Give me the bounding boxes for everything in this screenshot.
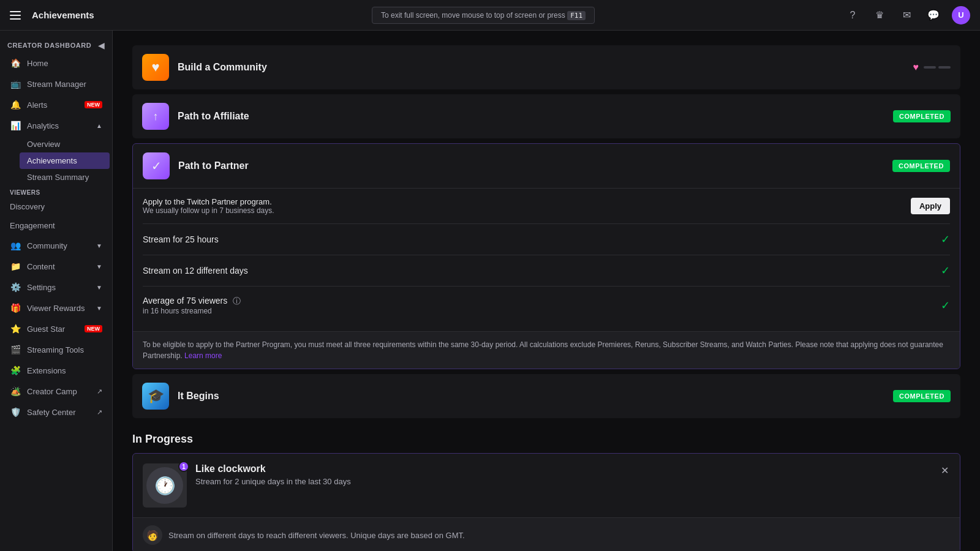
sidebar-item-stream-manager[interactable]: 📺 Stream Manager [2,73,110,94]
avatar[interactable]: U [952,6,970,24]
progress-thumb-expanded: 🕐 1 [143,463,187,508]
requirement-12-days: Stream on 12 different days ✓ [143,255,950,287]
help-icon[interactable]: ? [844,7,861,24]
achievement-header-it-begins: 🎓 It Begins COMPLETED [132,374,960,418]
affiliate-title: Path to Affiliate [178,111,884,122]
sidebar-item-alerts[interactable]: 🔔 Alerts NEW [2,94,110,115]
analytics-icon: 📊 [10,120,21,131]
viewers-label: VIEWERS [0,186,112,197]
sidebar-item-guest-star[interactable]: ⭐ Guest Star NEW [2,318,110,339]
sidebar-item-extensions[interactable]: 🧩 Extensions [2,360,110,381]
in-progress-section-title: In Progress [132,433,960,446]
chat-icon[interactable]: 💬 [925,7,942,24]
sidebar-item-settings[interactable]: ⚙️ Settings ▼ [2,277,110,298]
req-75-viewers-check: ✓ [941,299,950,312]
partner-completed-badge: COMPLETED [892,160,950,172]
streaming-tools-icon: 🎬 [10,344,21,355]
req-75-viewers-text: Average of 75 viewers [143,296,227,305]
community-chevron: ▼ [96,242,102,249]
sidebar-sub-analytics: Overview Achievements Stream Summary [0,136,112,186]
req-25-hours-check: ✓ [941,233,950,246]
sidebar-item-overview[interactable]: Overview [20,136,110,152]
sidebar-item-home[interactable]: 🏠 Home [2,53,110,73]
stream-manager-icon: 📺 [10,78,21,89]
fullscreen-notice: To exit full screen, move mouse to top o… [372,7,595,24]
sidebar-item-viewer-rewards[interactable]: 🎁 Viewer Rewards ▼ [2,298,110,318]
in-progress-sub-expanded: Stream for 2 unique days in the last 30 … [195,477,931,486]
partner-disclaimer: To be eligible to apply to the Partner P… [133,331,960,369]
sidebar-collapse-icon[interactable]: ◀ [98,40,105,50]
req-12-days-check: ✓ [941,264,950,277]
sidebar-item-streaming-tools[interactable]: 🎬 Streaming Tools [2,339,110,360]
safety-center-external-icon: ↗ [97,408,102,416]
sidebar-item-discovery[interactable]: Discovery [2,197,110,216]
req-75-viewers-info: Average of 75 viewers ⓘ in 16 hours stre… [143,295,241,315]
achievement-path-to-affiliate: ↑ Path to Affiliate COMPLETED [132,94,960,138]
tip-avatar: 🧑 [143,525,162,545]
in-progress-tip: 🧑 Stream on different days to reach diff… [133,517,960,551]
sidebar-item-achievements[interactable]: Achievements [20,152,110,169]
dash-1 [924,66,936,69]
home-icon: 🏠 [10,58,21,69]
partner-body: Apply to the Twitch Partner program. We … [133,188,960,331]
viewer-rewards-chevron: ▼ [96,305,102,312]
alerts-icon: 🔔 [10,99,21,110]
achievement-it-begins: 🎓 It Begins COMPLETED [132,374,960,418]
progress-badge-expanded: 1 [178,461,189,472]
sidebar-section-label: CREATOR DASHBOARD [7,42,91,49]
in-progress-like-clockwork-expanded: 🕐 1 Like clockwork Stream for 2 unique d… [132,453,960,551]
safety-center-icon: 🛡️ [10,407,21,418]
sidebar-item-stream-summary[interactable]: Stream Summary [20,169,110,186]
dash-2 [938,66,951,69]
topbar: Achievements To exit full screen, move m… [0,0,980,31]
partner-apply-info: Apply to the Twitch Partner program. We … [143,197,274,215]
creator-camp-external-icon: ↗ [97,388,102,395]
sidebar-item-engagement[interactable]: Engagement [2,216,110,235]
tip-text: Stream on different days to reach differ… [168,531,465,540]
main-content: ♥ Build a Community ♥ ↑ Path to Affiliat… [113,31,980,551]
content-chevron: ▼ [96,263,102,270]
sidebar-item-community[interactable]: 👥 Community ▼ [2,235,110,256]
sidebar-item-content[interactable]: 📁 Content ▼ [2,256,110,277]
mail-icon[interactable]: ✉ [898,7,915,24]
content-icon: 📁 [10,261,21,272]
sidebar-item-safety-center[interactable]: 🛡️ Safety Center ↗ [2,402,110,422]
viewer-rewards-icon: 🎁 [10,302,21,313]
heart-icon: ♥ [913,62,919,73]
close-expanded-button[interactable]: ✕ [940,463,950,478]
settings-icon: ⚙️ [10,282,21,293]
learn-more-link[interactable]: Learn more [184,351,222,360]
in-progress-info-expanded: Like clockwork Stream for 2 unique days … [195,463,931,486]
affiliate-completed-badge: COMPLETED [893,110,951,122]
it-begins-title: It Begins [178,391,884,402]
in-progress-title-expanded: Like clockwork [195,463,931,474]
req-25-hours-text: Stream for 25 hours [143,234,219,244]
topbar-right: ? ♛ ✉ 💬 U [844,6,970,24]
topbar-left: Achievements [10,8,123,23]
progress-dashes [924,66,951,69]
build-community-title: Build a Community [178,62,905,73]
sidebar-section-header: CREATOR DASHBOARD ◀ [0,36,112,53]
apply-button[interactable]: Apply [911,198,950,214]
partner-apply-sub: We usually follow up in 7 business days. [143,206,274,215]
sidebar-item-creator-camp[interactable]: 🏕️ Creator Camp ↗ [2,381,110,402]
partner-apply-text: Apply to the Twitch Partner program. [143,197,274,206]
build-community-progress: ♥ [913,62,951,73]
info-icon[interactable]: ⓘ [233,296,241,305]
achievement-header-build-community: ♥ Build a Community ♥ [132,45,960,89]
page-title: Achievements [32,10,94,20]
crown-icon[interactable]: ♛ [871,7,888,24]
sidebar-item-analytics[interactable]: 📊 Analytics ▲ [2,115,110,136]
menu-button[interactable] [10,8,24,23]
build-community-icon: ♥ [142,54,169,81]
it-begins-icon: 🎓 [142,383,169,410]
in-progress-header-expanded: 🕐 1 Like clockwork Stream for 2 unique d… [133,454,960,517]
req-75-viewers-sub: in 16 hours streamed [143,307,241,315]
requirement-25-hours: Stream for 25 hours ✓ [143,224,950,255]
partner-title: Path to Partner [178,160,884,171]
requirement-75-viewers: Average of 75 viewers ⓘ in 16 hours stre… [143,287,950,324]
achievement-path-to-partner: ✓ Path to Partner COMPLETED Apply to the… [132,143,960,369]
alerts-badge: NEW [85,101,102,108]
affiliate-icon: ↑ [142,103,169,130]
extensions-icon: 🧩 [10,365,21,376]
